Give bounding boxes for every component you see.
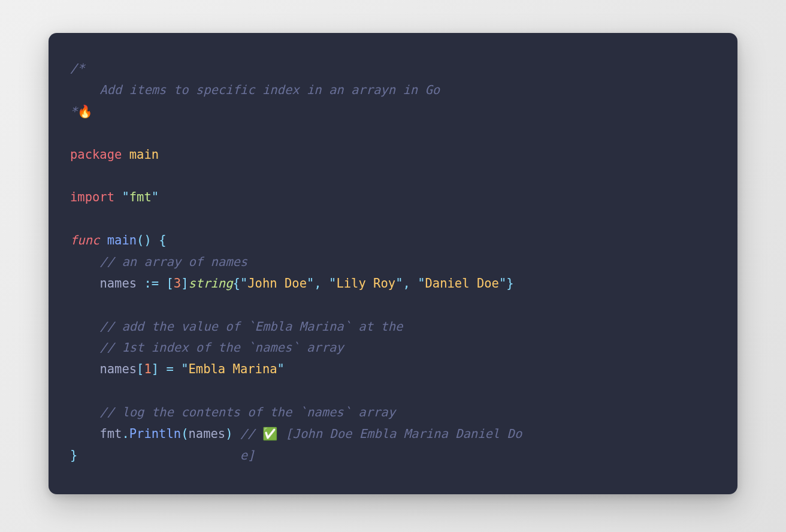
paren-open: ( — [137, 233, 144, 247]
quote: " — [240, 276, 247, 291]
fmt-ident: fmt — [99, 427, 122, 441]
fire-emoji: 🔥 — [77, 104, 93, 119]
quote: " — [122, 190, 129, 204]
bracket-open: [ — [137, 362, 144, 376]
paren-close: ) — [225, 427, 232, 441]
func-name: main — [107, 233, 137, 247]
paren-close: ) — [144, 233, 151, 247]
brace-close: } — [70, 448, 77, 463]
index-one: 1 — [144, 362, 151, 376]
func-keyword: func — [70, 233, 99, 247]
string-literal-3: Daniel Doe — [425, 276, 499, 291]
quote: " — [499, 276, 506, 291]
paren-open: ( — [181, 427, 188, 441]
comment-log: // log the contents of the `names` array — [99, 405, 395, 419]
package-name: main — [129, 147, 159, 162]
comment-result-wrap: e] — [77, 448, 255, 463]
string-literal-1: John Doe — [247, 276, 307, 291]
code-content: /* Add items to specific index in an arr… — [70, 58, 716, 467]
check-emoji: ✅ — [262, 427, 278, 441]
quote: " — [329, 276, 336, 291]
comment-block-open: /* — [70, 61, 85, 75]
names-ident: names — [99, 276, 137, 291]
string-type: string — [189, 276, 233, 291]
import-path: fmt — [129, 190, 152, 204]
quote: " — [418, 276, 425, 291]
brace-open: { — [233, 276, 240, 291]
brace-close: } — [506, 276, 513, 291]
dot: . — [122, 427, 129, 441]
comment-result-body: [John Doe Embla Marina Daniel Do — [278, 427, 522, 441]
names-ident: names — [99, 362, 137, 376]
comment-block-line: Add items to specific index in an arrayn… — [70, 83, 440, 97]
quote: " — [307, 276, 314, 291]
println-call: Println — [129, 427, 181, 441]
comment-add-2: // 1st index of the `names` array — [99, 340, 343, 355]
string-literal-2: Lily Roy — [336, 276, 395, 291]
walrus-op: := — [144, 276, 159, 291]
comma: , — [314, 276, 321, 291]
import-keyword: import — [70, 190, 114, 204]
bracket-close: ] — [181, 276, 188, 291]
package-keyword: package — [70, 147, 122, 162]
quote: " — [395, 276, 403, 291]
comment-block-close-prefix: * — [70, 104, 77, 119]
bracket-open: [ — [166, 276, 173, 291]
string-literal-4: Embla Marina — [189, 362, 277, 376]
quote: " — [152, 190, 159, 204]
comment-add-1: // add the value of `Embla Marina` at th… — [99, 319, 403, 334]
assign-op: = — [166, 362, 173, 376]
comma: , — [403, 276, 410, 291]
names-arg: names — [189, 427, 226, 441]
quote: " — [181, 362, 188, 376]
comment-array-decl: // an array of names — [99, 255, 247, 269]
quote: " — [277, 362, 285, 376]
bracket-close: ] — [152, 362, 159, 376]
comment-result-prefix: // — [240, 427, 262, 441]
brace-open: { — [159, 233, 166, 247]
array-size: 3 — [174, 276, 181, 291]
code-snippet-container: /* Add items to specific index in an arr… — [49, 33, 737, 494]
